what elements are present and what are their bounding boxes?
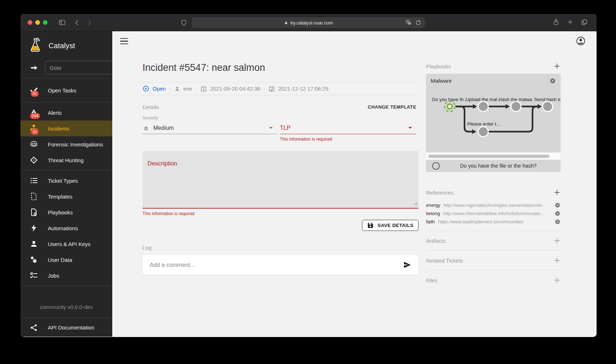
share-icon[interactable] bbox=[553, 18, 560, 26]
sidebar-item-jobs[interactable]: Jobs bbox=[21, 268, 112, 283]
severity-select[interactable]: Medium bbox=[142, 122, 277, 134]
open-tasks-badge: 91 bbox=[31, 91, 39, 97]
severity-medium-icon bbox=[142, 124, 150, 132]
address-bar[interactable]: try.catalyst-soar.com bbox=[192, 17, 425, 28]
add-reference-button[interactable] bbox=[553, 189, 561, 196]
tlp-caret-icon bbox=[408, 127, 412, 129]
comment-card bbox=[142, 255, 418, 275]
flow-node-upload[interactable] bbox=[478, 101, 488, 112]
task-label: Do you have the file or the hash? bbox=[426, 163, 561, 169]
remove-reference-button[interactable] bbox=[554, 202, 561, 208]
page-title: Incident #5547: near salmon bbox=[142, 62, 418, 73]
sidebar-item-automations[interactable]: Automations bbox=[21, 220, 112, 236]
playbook-task-row[interactable]: Do you have the file or the hash? bbox=[426, 160, 561, 172]
sidebar-divider bbox=[21, 102, 112, 103]
reference-url[interactable]: http://www.regionaltechnologies.name/rel… bbox=[444, 203, 551, 208]
back-button[interactable] bbox=[74, 19, 80, 26]
sidebar-item-users-api-keys[interactable]: Users & API Keys bbox=[21, 236, 112, 252]
playbook-scrollbar[interactable] bbox=[428, 155, 549, 158]
flask-logo-icon bbox=[28, 37, 42, 54]
sidebar-item-ticket-types[interactable]: Ticket Types bbox=[21, 173, 112, 188]
sidebar-item-alerts[interactable]: 294 Alerts bbox=[21, 105, 112, 120]
flow-node-hash[interactable] bbox=[511, 101, 521, 112]
new-tab-icon[interactable] bbox=[567, 18, 574, 26]
goto-arrow-icon bbox=[29, 63, 38, 72]
send-comment-button[interactable] bbox=[403, 261, 411, 269]
crosshair-icon bbox=[29, 155, 38, 165]
sidebar-item-threat-hunting[interactable]: Threat Hunting bbox=[21, 152, 112, 168]
sidebar-item-incidents[interactable]: 31 Incidents bbox=[21, 120, 112, 136]
description-placeholder: Description bbox=[148, 160, 413, 167]
description-textarea[interactable]: Description bbox=[142, 151, 418, 209]
warning-triangle-icon: 294 bbox=[29, 108, 38, 117]
remove-reference-button[interactable] bbox=[554, 210, 561, 217]
traffic-lights bbox=[28, 20, 47, 25]
flow-node-enter[interactable] bbox=[478, 127, 488, 137]
artifacts-section-label: Artifacts bbox=[426, 238, 445, 244]
change-template-button[interactable]: CHANGE TEMPLATE bbox=[366, 101, 418, 113]
sidebar-divider bbox=[21, 78, 112, 78]
related-tickets-section-label: Related Tickets bbox=[426, 258, 463, 264]
playbook-title: Malware bbox=[431, 78, 452, 84]
status-text[interactable]: Open bbox=[153, 86, 166, 92]
save-details-button[interactable]: SAVE DETAILS bbox=[362, 220, 418, 231]
add-file-button[interactable] bbox=[553, 277, 561, 284]
zoom-window-button[interactable] bbox=[43, 20, 47, 25]
minimize-window-button[interactable] bbox=[35, 20, 40, 25]
share-nodes-icon bbox=[29, 323, 38, 332]
user-avatar-icon[interactable] bbox=[576, 36, 586, 47]
floppy-disk-icon bbox=[367, 222, 374, 229]
privacy-shield-icon[interactable] bbox=[180, 19, 187, 26]
add-playbook-button[interactable] bbox=[553, 63, 561, 70]
sidebar-item-forensic-investigations[interactable]: Forensic Investigations bbox=[21, 136, 112, 152]
check-icon: 91 bbox=[29, 86, 38, 95]
incident-meta-row: Open · eve · 2021-09-20 04:42:38 · bbox=[142, 82, 418, 95]
severity-field: Severity Medium bbox=[142, 115, 277, 142]
sidebar-item-playbooks[interactable]: Playbooks bbox=[21, 204, 112, 220]
playbooks-section-label: Playbooks bbox=[426, 63, 451, 69]
add-related-ticket-button[interactable] bbox=[553, 257, 561, 264]
radiation-icon: 31 bbox=[29, 124, 38, 133]
calendar-created-icon bbox=[200, 86, 207, 92]
app-logo-row: Catalyst bbox=[21, 31, 112, 54]
reference-name: faith bbox=[426, 219, 435, 224]
divider bbox=[426, 270, 561, 270]
flow-node-send[interactable] bbox=[543, 101, 553, 112]
gears-icon bbox=[29, 255, 38, 264]
flow-node-start[interactable] bbox=[445, 101, 455, 112]
sidebar-item-templates[interactable]: Templates bbox=[21, 188, 112, 204]
lock-icon bbox=[284, 21, 288, 25]
incidents-badge: 31 bbox=[31, 129, 39, 135]
log-section-label: Log bbox=[142, 245, 418, 251]
reference-name: energy bbox=[426, 203, 440, 208]
close-window-button[interactable] bbox=[28, 20, 32, 25]
sidebar-toggle-icon[interactable] bbox=[58, 19, 66, 26]
menu-hamburger-icon[interactable] bbox=[120, 38, 128, 46]
comment-input[interactable] bbox=[150, 262, 403, 268]
sidebar-divider bbox=[21, 286, 112, 286]
reference-url[interactable]: https://www.leadimplement.io/communities bbox=[438, 219, 551, 224]
alerts-badge: 294 bbox=[30, 113, 40, 119]
playbook-flow-diagram[interactable]: Do you have th... Upload the mal... Hash… bbox=[426, 87, 561, 153]
remove-reference-button[interactable] bbox=[554, 219, 561, 225]
task-radio-icon[interactable] bbox=[432, 162, 440, 170]
remove-playbook-button[interactable] bbox=[549, 78, 556, 84]
add-artifact-button[interactable] bbox=[553, 237, 561, 244]
resize-grip-icon[interactable] bbox=[414, 200, 418, 207]
sidebar-item-user-data[interactable]: User Data bbox=[21, 252, 112, 268]
playbook-card-malware: Malware Do you have th... Upload the mal… bbox=[426, 74, 561, 172]
sidebar-item-api-documentation[interactable]: API Documentation bbox=[21, 318, 112, 337]
lightning-bolt-icon bbox=[29, 223, 38, 233]
sidebar-item-open-tasks[interactable]: 91 Open Tasks bbox=[21, 81, 112, 100]
divider bbox=[426, 231, 561, 231]
tab-overview-icon[interactable] bbox=[581, 18, 588, 26]
translate-icon[interactable] bbox=[406, 19, 412, 26]
calendar-modified-icon bbox=[268, 86, 275, 92]
reload-icon[interactable] bbox=[415, 19, 421, 26]
forward-button[interactable] bbox=[86, 19, 92, 26]
app-sidebar: Catalyst 91 Open Tasks 2 bbox=[21, 31, 112, 337]
template-file-icon bbox=[29, 192, 38, 201]
tlp-select[interactable]: TLP bbox=[280, 122, 416, 134]
reference-url[interactable]: http://www.internalredefine.info/holisti… bbox=[443, 211, 551, 216]
sidebar-divider bbox=[21, 170, 112, 170]
